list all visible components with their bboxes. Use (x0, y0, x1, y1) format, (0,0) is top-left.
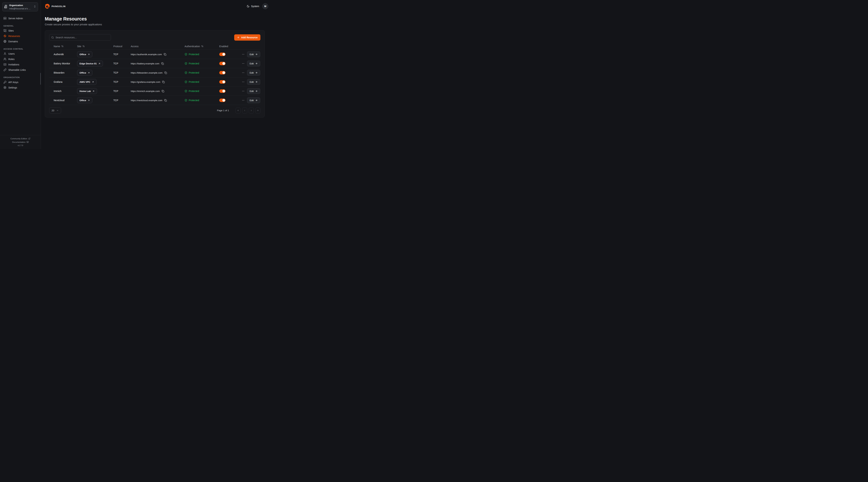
sidebar-nav: Server Admin GENERAL Sites Resources Dom… (0, 13, 41, 135)
page-size-value: 20 (52, 109, 54, 112)
enabled-toggle[interactable] (219, 71, 225, 74)
edit-button[interactable]: Edit (247, 79, 260, 85)
resource-name: Grafana (49, 81, 77, 83)
theme-switcher[interactable]: System (247, 5, 259, 8)
site-link[interactable]: Office (77, 97, 92, 103)
sort-icon (83, 45, 85, 47)
ellipsis-icon (242, 90, 245, 93)
copy-url-button[interactable] (164, 71, 167, 74)
users-icon (3, 58, 6, 61)
resources-card: Add Resource Name Site Protocol Access A… (45, 30, 265, 118)
enabled-toggle[interactable] (219, 62, 225, 65)
arrow-up-right-icon (88, 72, 90, 74)
row-menu-button[interactable] (242, 53, 245, 56)
row-menu-button[interactable] (242, 81, 245, 83)
auth-badge: Protected (185, 81, 199, 83)
add-resource-button[interactable]: Add Resource (234, 34, 260, 41)
edit-button[interactable]: Edit (247, 70, 260, 76)
sidebar-item-domains[interactable]: Domains (3, 39, 38, 44)
sort-icon (61, 45, 64, 47)
search-input[interactable] (49, 34, 111, 41)
resource-protocol: TCP (113, 53, 131, 56)
sidebar-item-users[interactable]: Users (3, 51, 38, 56)
toggle-thumb (222, 53, 225, 56)
copy-url-button[interactable] (162, 90, 164, 93)
arrow-up-right-icon (98, 62, 100, 65)
next-page-button[interactable] (249, 107, 254, 114)
edit-button[interactable]: Edit (247, 61, 260, 66)
sidebar-item-label: Resources (8, 35, 20, 37)
enabled-toggle[interactable] (219, 53, 225, 56)
toggle-thumb (222, 90, 225, 93)
resource-protocol: TCP (113, 71, 131, 74)
ellipsis-icon (242, 62, 245, 65)
last-page-button[interactable] (255, 107, 260, 114)
copy-url-button[interactable] (164, 53, 166, 56)
enabled-toggle[interactable] (219, 80, 225, 84)
sidebar-item-invitations[interactable]: Invitations (3, 62, 38, 67)
prev-page-button[interactable] (242, 107, 247, 114)
copy-url-button[interactable] (164, 99, 167, 102)
enabled-toggle[interactable] (219, 99, 225, 102)
sidebar-item-server-admin[interactable]: Server Admin (3, 15, 38, 21)
column-header-name[interactable]: Name (49, 45, 77, 48)
resource-name: Bitwarden (49, 71, 77, 74)
moon-icon (247, 5, 249, 8)
documentation-link[interactable]: Documentation (1, 140, 39, 144)
site-link[interactable]: Office (77, 70, 92, 76)
copy-icon (161, 62, 164, 65)
toggle-thumb (222, 62, 225, 65)
community-edition-link[interactable]: Community Edition (1, 137, 39, 140)
site-link[interactable]: Edge Device 01 (77, 61, 103, 66)
chevrons-right-icon (257, 109, 259, 111)
ticket-check-icon (3, 63, 6, 66)
search-icon (51, 36, 54, 39)
server-icon (3, 17, 6, 20)
row-menu-button[interactable] (242, 71, 245, 74)
table-row: Authentik Office TCP https://authentik.e… (49, 50, 260, 59)
site-link[interactable]: AWS VPC (77, 79, 96, 85)
arrow-right-icon (255, 53, 258, 56)
section-label-access-control: ACCESS CONTROL (3, 48, 38, 50)
page-title: Manage Resources (45, 16, 272, 22)
page-header: Manage Resources Create secure proxies t… (41, 12, 272, 26)
sidebar-item-shareable-links[interactable]: Shareable Links (3, 67, 38, 72)
section-label-organization: ORGANIZATION (3, 76, 38, 78)
column-header-protocol: Protocol (113, 45, 131, 48)
resource-url: https://battery.example.com (131, 62, 159, 65)
sidebar-item-resources[interactable]: Resources (3, 33, 38, 39)
column-header-site[interactable]: Site (77, 45, 113, 48)
edit-button[interactable]: Edit (247, 51, 260, 57)
sidebar-item-settings[interactable]: Settings (3, 85, 38, 90)
page-size-select[interactable]: 20 (49, 107, 61, 114)
pagination: 20 Page 1 of 1 (49, 107, 260, 114)
sidebar-item-sites[interactable]: Sites (3, 28, 38, 33)
sidebar-item-label: Sites (8, 29, 14, 32)
copy-icon (162, 90, 164, 93)
org-selector[interactable]: Organization milo@fossorial.io's ... (2, 2, 38, 11)
sidebar-item-api-keys[interactable]: API Keys (3, 79, 38, 85)
waypoints-icon (3, 35, 6, 37)
sidebar-item-roles[interactable]: Roles (3, 56, 38, 62)
chevron-right-icon (250, 109, 252, 111)
row-menu-button[interactable] (242, 99, 245, 102)
copy-url-button[interactable] (161, 62, 164, 65)
shield-check-icon (185, 99, 187, 102)
edit-button[interactable]: Edit (247, 88, 260, 94)
key-icon (3, 81, 6, 84)
copy-url-button[interactable] (162, 81, 165, 83)
row-menu-button[interactable] (242, 90, 245, 93)
arrow-right-icon (255, 90, 258, 92)
resource-protocol: TCP (113, 99, 131, 102)
site-link[interactable]: Home Lab (77, 88, 97, 94)
avatar[interactable]: M (262, 3, 268, 9)
column-header-authentication[interactable]: Authentication (185, 45, 219, 48)
sidebar-scrollbar-thumb[interactable] (40, 73, 41, 85)
row-menu-button[interactable] (242, 62, 245, 65)
resource-name: Immich (49, 90, 77, 93)
site-link[interactable]: Office (77, 51, 92, 57)
enabled-toggle[interactable] (219, 89, 225, 93)
arrow-right-icon (255, 99, 258, 101)
first-page-button[interactable] (236, 107, 241, 114)
edit-button[interactable]: Edit (247, 97, 260, 103)
